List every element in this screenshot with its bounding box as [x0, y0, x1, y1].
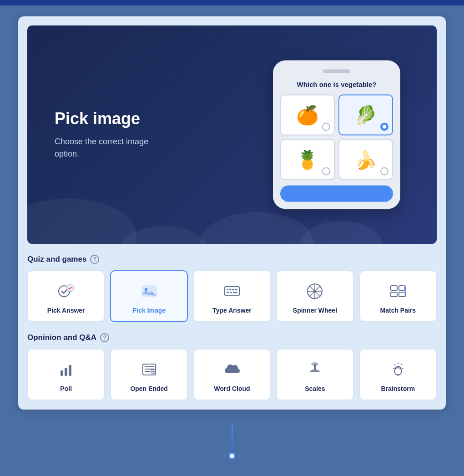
svg-rect-8 — [235, 289, 237, 290]
svg-rect-18 — [391, 286, 397, 290]
hero-text-block: Pick image Choose the correct image opti… — [55, 109, 173, 160]
option-cabbage[interactable]: 🥬 — [338, 95, 393, 136]
phone-notch — [323, 70, 350, 73]
quiz-card-grid: Pick Answer Pick Image — [27, 270, 437, 322]
svg-point-17 — [313, 290, 316, 293]
svg-point-34 — [394, 368, 402, 375]
open-ended-label: Open Ended — [130, 385, 167, 392]
radio-cabbage — [380, 123, 388, 131]
option-banana[interactable]: 🍌 — [338, 139, 393, 180]
svg-line-39 — [402, 368, 403, 369]
word-cloud-label: Word Cloud — [214, 385, 250, 392]
svg-line-40 — [393, 368, 394, 369]
hero-title: Pick image — [55, 109, 173, 128]
svg-rect-7 — [232, 289, 234, 290]
card-scales[interactable]: Scales — [276, 349, 353, 400]
svg-rect-6 — [229, 289, 231, 290]
svg-rect-5 — [227, 289, 228, 290]
poll-label: Poll — [60, 385, 72, 392]
poll-icon — [55, 359, 77, 380]
svg-rect-21 — [399, 292, 405, 297]
phone-question: Which one is vegetable? — [280, 81, 393, 88]
word-cloud-icon — [221, 359, 243, 380]
svg-rect-22 — [404, 287, 406, 289]
radio-banana — [380, 167, 388, 176]
svg-line-38 — [394, 364, 395, 365]
card-poll[interactable]: Poll — [27, 349, 105, 400]
scales-label: Scales — [305, 385, 325, 392]
quiz-help-icon[interactable]: ? — [90, 255, 99, 264]
pick-answer-icon — [55, 280, 77, 302]
radio-pineapple — [322, 167, 330, 176]
spinner-wheel-icon — [304, 280, 326, 302]
option-pineapple[interactable]: 🍍 — [280, 139, 335, 180]
card-pick-answer[interactable]: Pick Answer — [27, 270, 105, 322]
type-answer-icon — [221, 280, 243, 302]
line-dot — [228, 452, 236, 460]
svg-rect-24 — [65, 368, 67, 376]
banana-emoji: 🍌 — [354, 151, 377, 169]
card-open-ended[interactable]: Open Ended — [110, 349, 187, 400]
spinner-wheel-label: Spinner Wheel — [293, 307, 337, 314]
quiz-section-label: Quiz and games ? — [27, 255, 437, 264]
svg-rect-25 — [69, 365, 71, 376]
pineapple-emoji: 🍍 — [296, 151, 319, 169]
type-answer-label: Type Answer — [212, 307, 252, 314]
open-ended-icon — [138, 359, 160, 380]
svg-rect-11 — [233, 292, 237, 293]
svg-rect-35 — [397, 374, 399, 376]
pick-answer-label: Pick Answer — [47, 307, 85, 314]
svg-line-37 — [401, 364, 402, 365]
card-match-pairs[interactable]: Match Pairs — [359, 270, 437, 322]
brainstorm-label: Brainstorm — [381, 385, 415, 392]
orange-emoji: 🍊 — [296, 106, 319, 124]
radio-orange — [322, 123, 330, 131]
top-bar — [0, 0, 464, 5]
opinion-help-icon[interactable]: ? — [100, 333, 109, 342]
svg-rect-23 — [61, 370, 63, 376]
phone-submit-btn[interactable] — [280, 186, 393, 202]
card-word-cloud[interactable]: Word Cloud — [193, 349, 271, 400]
option-orange[interactable]: 🍊 — [280, 95, 335, 136]
card-pick-image[interactable]: Pick Image — [110, 270, 187, 322]
svg-point-33 — [311, 362, 318, 366]
opinion-section-label: Opninion and Q&A ? — [27, 333, 437, 342]
image-grid: 🍊 🥬 🍍 🍌 — [280, 95, 393, 180]
match-pairs-label: Match Pairs — [380, 307, 416, 314]
pick-image-icon — [138, 280, 160, 302]
card-type-answer[interactable]: Type Answer — [193, 270, 271, 322]
outer-card: Pick image Choose the correct image opti… — [18, 16, 446, 410]
phone-mockup: Which one is vegetable? 🍊 🥬 🍍 — [273, 61, 400, 209]
brainstorm-icon — [387, 359, 409, 380]
opinion-card-grid: Poll Open Ended — [27, 349, 437, 400]
cabbage-emoji: 🥬 — [354, 106, 377, 124]
card-brainstorm[interactable]: Brainstorm — [359, 349, 437, 400]
pick-image-label: Pick Image — [132, 307, 166, 314]
match-pairs-icon — [387, 280, 409, 302]
card-spinner-wheel[interactable]: Spinner Wheel — [276, 270, 353, 322]
svg-rect-9 — [227, 292, 229, 293]
svg-rect-19 — [391, 292, 397, 297]
hero-subtitle: Choose the correct image option. — [55, 136, 173, 160]
vertical-line — [232, 425, 233, 452]
svg-rect-4 — [225, 287, 239, 296]
hero-banner: Pick image Choose the correct image opti… — [27, 25, 437, 244]
svg-rect-10 — [230, 292, 232, 293]
scales-icon — [304, 359, 326, 380]
bottom-connector — [228, 425, 236, 460]
